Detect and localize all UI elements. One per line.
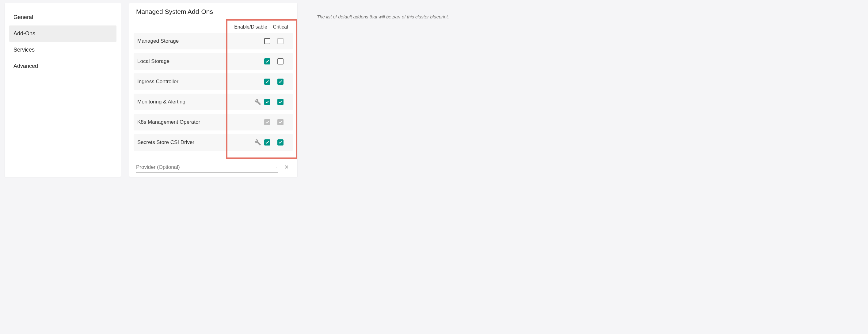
column-header-enable: Enable/Disable xyxy=(231,24,270,30)
addon-critical-cell xyxy=(270,38,290,44)
provider-row: Provider (Optional) xyxy=(129,157,297,174)
addon-label: Local Storage xyxy=(137,58,231,64)
addon-label: Monitoring & Alerting xyxy=(137,99,231,105)
addon-row: Local Storage xyxy=(134,53,293,70)
critical-checkbox[interactable] xyxy=(277,99,283,105)
chevron-down-icon xyxy=(275,164,278,170)
critical-checkbox[interactable] xyxy=(277,79,283,85)
helper-text: The list of default addons that will be … xyxy=(306,3,452,177)
enable-checkbox[interactable] xyxy=(264,58,270,64)
addon-list: Managed StorageLocal StorageIngress Cont… xyxy=(129,32,297,157)
sidebar-item-label: General xyxy=(13,14,33,20)
addon-critical-cell xyxy=(270,139,290,145)
critical-checkbox[interactable] xyxy=(277,139,283,145)
close-icon xyxy=(284,164,289,170)
sidebar-item-general[interactable]: General xyxy=(9,9,117,26)
sidebar-item-label: Services xyxy=(13,47,35,53)
addon-row: Secrets Store CSI Driver xyxy=(134,134,293,151)
addon-row: Managed Storage xyxy=(134,33,293,49)
addon-row: K8s Management Operator xyxy=(134,114,293,131)
provider-select-label: Provider (Optional) xyxy=(136,164,180,170)
wrench-icon[interactable] xyxy=(254,99,261,105)
addon-critical-cell xyxy=(270,58,290,64)
addon-critical-cell xyxy=(270,99,290,105)
addon-label: K8s Management Operator xyxy=(137,119,231,125)
addon-row: Ingress Controller xyxy=(134,73,293,90)
enable-checkbox[interactable] xyxy=(264,139,270,145)
column-header-critical: Critical xyxy=(270,24,290,30)
clear-provider-button[interactable] xyxy=(283,163,290,172)
critical-checkbox xyxy=(277,119,283,125)
enable-checkbox xyxy=(264,119,270,125)
enable-checkbox[interactable] xyxy=(264,79,270,85)
addon-label: Ingress Controller xyxy=(137,79,231,85)
addon-enable-cell xyxy=(231,139,270,146)
sidebar-item-advanced[interactable]: Advanced xyxy=(9,58,117,74)
provider-select[interactable]: Provider (Optional) xyxy=(136,162,278,172)
panel-title: Managed System Add-Ons xyxy=(129,3,297,21)
addons-panel: Managed System Add-Ons Enable/Disable Cr… xyxy=(129,3,297,177)
addon-critical-cell xyxy=(270,119,290,125)
addon-enable-cell xyxy=(231,78,270,85)
sidebar-item-services[interactable]: Services xyxy=(9,42,117,58)
addon-label: Secrets Store CSI Driver xyxy=(137,139,231,145)
sidebar-item-label: Advanced xyxy=(13,63,38,69)
critical-checkbox[interactable] xyxy=(277,58,283,64)
addon-label: Managed Storage xyxy=(137,38,231,44)
sidebar-item-label: Add-Ons xyxy=(13,30,35,36)
addon-critical-cell xyxy=(270,79,290,85)
addon-row: Monitoring & Alerting xyxy=(134,94,293,110)
enable-checkbox[interactable] xyxy=(264,99,270,105)
addon-enable-cell xyxy=(231,119,270,126)
sidebar-item-add-ons[interactable]: Add-Ons xyxy=(9,26,117,42)
addon-header-row: Enable/Disable Critical xyxy=(129,21,297,32)
sidebar: GeneralAdd-OnsServicesAdvanced xyxy=(5,3,121,177)
addon-enable-cell xyxy=(231,99,270,105)
addon-enable-cell xyxy=(231,58,270,65)
addon-enable-cell xyxy=(231,38,270,45)
wrench-icon[interactable] xyxy=(254,139,261,146)
enable-checkbox[interactable] xyxy=(264,38,270,44)
critical-checkbox xyxy=(277,38,283,44)
